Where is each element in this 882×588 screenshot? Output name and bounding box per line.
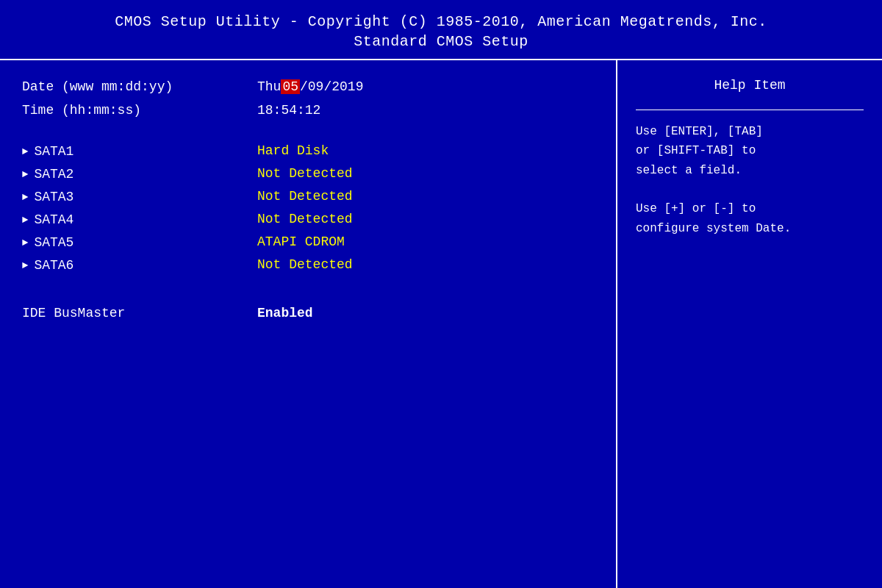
bios-screen: CMOS Setup Utility - Copyright (C) 1985-… — [0, 0, 882, 588]
date-value: Thu 05/09/2019 — [257, 79, 363, 94]
main-content: Date (www mm:dd:yy) Thu 05/09/2019 Time … — [0, 60, 882, 588]
sata5-label: ► SATA5 — [22, 235, 257, 250]
sata4-arrow: ► — [22, 214, 28, 226]
date-row: Date (www mm:dd:yy) Thu 05/09/2019 — [22, 75, 594, 98]
sata1-row[interactable]: ► SATA1 Hard Disk — [22, 140, 594, 162]
sata2-row[interactable]: ► SATA2 Not Detected — [22, 162, 594, 185]
spacer2 — [22, 276, 594, 294]
sata3-row[interactable]: ► SATA3 Not Detected — [22, 185, 594, 208]
sata3-label: ► SATA3 — [22, 190, 257, 204]
ide-row: IDE BusMaster Enabled — [22, 301, 594, 325]
sata2-arrow: ► — [22, 168, 28, 180]
header-title1: CMOS Setup Utility - Copyright (C) 1985-… — [7, 13, 875, 30]
help-panel: Help Item Use [ENTER], [TAB] or [SHIFT-T… — [617, 60, 882, 588]
sata5-value: ATAPI CDROM — [257, 234, 345, 249]
date-day: Thu — [257, 79, 281, 94]
header: CMOS Setup Utility - Copyright (C) 1985-… — [0, 0, 882, 60]
sata3-value: Not Detected — [257, 189, 353, 204]
time-label: Time (hh:mm:ss) — [22, 103, 257, 118]
sata1-value: Hard Disk — [257, 143, 329, 158]
help-line2: or [SHIFT-TAB] to — [636, 141, 864, 160]
sata1-label: ► SATA1 — [22, 144, 257, 159]
date-rest: /09/2019 — [300, 79, 363, 94]
time-value: 18:54:12 — [257, 103, 320, 118]
sata6-label: ► SATA6 — [22, 258, 257, 273]
sata4-label: ► SATA4 — [22, 212, 257, 227]
sata2-value: Not Detected — [257, 166, 353, 181]
sata6-label-text: SATA6 — [34, 258, 74, 273]
sata2-label-text: SATA2 — [34, 167, 74, 182]
sata1-arrow: ► — [22, 146, 28, 157]
sata4-label-text: SATA4 — [34, 212, 74, 227]
help-text: Use [ENTER], [TAB] or [SHIFT-TAB] to sel… — [636, 122, 864, 238]
sata6-row[interactable]: ► SATA6 Not Detected — [22, 254, 594, 276]
sata3-arrow: ► — [22, 191, 28, 203]
sata6-arrow: ► — [22, 259, 28, 271]
help-line1: Use [ENTER], [TAB] — [636, 122, 864, 141]
sata2-label: ► SATA2 — [22, 167, 257, 182]
ide-label: IDE BusMaster — [22, 306, 257, 320]
date-label: Date (www mm:dd:yy) — [22, 79, 257, 94]
header-title2: Standard CMOS Setup — [7, 33, 875, 50]
spacer1 — [22, 122, 594, 140]
help-line5: Use [+] or [-] to — [636, 199, 864, 218]
help-line6: configure system Date. — [636, 219, 864, 238]
ide-value: Enabled — [257, 306, 313, 320]
sata4-value: Not Detected — [257, 212, 353, 226]
help-divider — [636, 110, 864, 110]
sata3-label-text: SATA3 — [34, 190, 74, 204]
sata6-value: Not Detected — [257, 257, 353, 272]
left-panel: Date (www mm:dd:yy) Thu 05/09/2019 Time … — [0, 60, 617, 588]
date-month-highlighted[interactable]: 05 — [281, 79, 300, 94]
sata5-arrow: ► — [22, 237, 28, 248]
help-line3: select a field. — [636, 161, 864, 180]
help-title: Help Item — [636, 75, 864, 96]
sata4-row[interactable]: ► SATA4 Not Detected — [22, 208, 594, 231]
sata1-label-text: SATA1 — [34, 144, 74, 159]
sata5-label-text: SATA5 — [34, 235, 74, 250]
time-row: Time (hh:mm:ss) 18:54:12 — [22, 98, 594, 122]
sata5-row[interactable]: ► SATA5 ATAPI CDROM — [22, 231, 594, 254]
